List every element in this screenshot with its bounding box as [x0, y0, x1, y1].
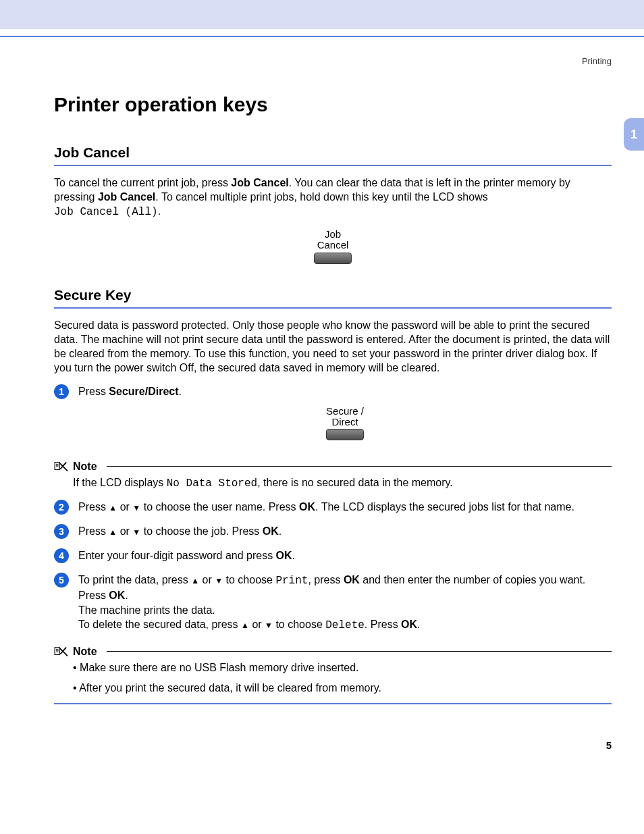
secure-direct-button-icon: [326, 429, 364, 440]
down-arrow-icon: ▼: [132, 503, 140, 513]
menu-option: Delete: [325, 619, 365, 631]
text: .: [179, 386, 182, 397]
text: Press: [78, 386, 109, 397]
lcd-text: Job Cancel (All): [54, 206, 158, 218]
text: to choose: [273, 619, 325, 630]
header-bar: [0, 0, 644, 29]
step-2: 2 Press ▲ or ▼ to choose the user name. …: [54, 500, 612, 515]
secure-direct-button-figure: Secure / Direct: [78, 406, 612, 444]
text: , there is no secured data in the memory…: [257, 477, 453, 488]
text: or: [117, 525, 132, 537]
ok-key: OK: [109, 590, 125, 601]
secure-key-heading: Secure Key: [54, 287, 612, 303]
text: Enter your four-digit password and press: [78, 550, 276, 561]
text: or: [199, 574, 215, 585]
svg-rect-4: [55, 648, 59, 655]
text: Press: [78, 525, 109, 537]
down-arrow-icon: ▼: [132, 527, 140, 537]
up-arrow-icon: ▲: [109, 503, 117, 513]
note-2: Note Make sure there are no USB Flash me…: [54, 646, 612, 704]
note-rule: [107, 466, 612, 467]
job-cancel-key: Job Cancel: [231, 177, 288, 188]
job-cancel-button-icon: [314, 253, 352, 264]
down-arrow-icon: ▼: [265, 621, 273, 630]
ok-key: OK: [299, 501, 315, 513]
text: . To cancel multiple print jobs, hold do…: [155, 191, 487, 203]
page-content: Printing Printer operation keys Job Canc…: [0, 37, 644, 739]
text: To print the data, press: [78, 574, 191, 585]
step-number-1: 1: [54, 384, 69, 399]
note-1-body: If the LCD displays No Data Stored, ther…: [73, 475, 612, 492]
note-list-item: Make sure there are no USB Flash memory …: [73, 660, 612, 675]
text: . The LCD displays the secured jobs list…: [315, 501, 574, 513]
job-cancel-heading: Job Cancel: [54, 145, 612, 161]
secure-key-paragraph: Secured data is password protected. Only…: [54, 318, 612, 375]
note-1: Note If the LCD displays No Data Stored,…: [54, 461, 612, 492]
step-5-text: To print the data, press ▲ or ▼ to choos…: [78, 573, 612, 633]
ok-key: OK: [401, 619, 417, 630]
up-arrow-icon: ▲: [241, 621, 249, 630]
step-number-4: 4: [54, 548, 69, 563]
text: or: [249, 619, 265, 630]
note-title: Note: [73, 646, 97, 658]
svg-rect-0: [55, 463, 59, 470]
up-arrow-icon: ▲: [191, 576, 199, 585]
text: To cancel the current print job, press: [54, 177, 231, 188]
up-arrow-icon: ▲: [109, 527, 117, 537]
text: to choose the user name. Press: [140, 501, 299, 513]
step-3: 3 Press ▲ or ▼ to choose the job. Press …: [54, 524, 612, 539]
breadcrumb: Printing: [54, 56, 612, 66]
step-number-5: 5: [54, 573, 69, 588]
text: to choose: [223, 574, 275, 585]
ok-key: OK: [276, 550, 292, 561]
menu-option: Print: [275, 575, 308, 587]
step-4-text: Enter your four-digit password and press…: [78, 548, 612, 563]
text: or: [117, 501, 132, 513]
step-number-2: 2: [54, 500, 69, 515]
text: To delete the secured data, press: [78, 619, 241, 630]
step-4: 4 Enter your four-digit password and pre…: [54, 548, 612, 563]
job-cancel-paragraph: To cancel the current print job, press J…: [54, 176, 612, 219]
heading-rule: [54, 307, 612, 309]
step-3-text: Press ▲ or ▼ to choose the job. Press OK…: [78, 524, 612, 539]
text: , press: [308, 574, 343, 585]
text: .: [158, 205, 161, 217]
text: If the LCD displays: [73, 477, 167, 488]
note-icon: [54, 461, 69, 473]
text: .: [292, 550, 295, 561]
note-2-body: Make sure there are no USB Flash memory …: [73, 660, 612, 695]
text: .: [417, 619, 420, 630]
note-end-rule: [54, 703, 612, 704]
heading-rule: [54, 165, 612, 166]
text: .: [279, 525, 281, 537]
text: The machine prints the data.: [78, 604, 215, 616]
text: Press: [78, 501, 109, 513]
step-number-3: 3: [54, 524, 69, 539]
note-rule: [107, 651, 612, 652]
down-arrow-icon: ▼: [215, 576, 223, 585]
note-list-item: After you print the secured data, it wil…: [73, 681, 612, 696]
step-1: 1 Press Secure/Direct. Secure / Direct: [54, 384, 612, 448]
step-1-text: Press Secure/Direct. Secure / Direct: [78, 384, 612, 448]
step-5: 5 To print the data, press ▲ or ▼ to cho…: [54, 573, 612, 633]
note-title: Note: [73, 461, 97, 473]
lcd-text: No Data Stored: [167, 477, 257, 490]
job-cancel-button-figure: Job Cancel: [54, 229, 612, 267]
ok-key: OK: [263, 525, 279, 537]
button-label: Secure / Direct: [78, 406, 612, 427]
page-title: Printer operation keys: [54, 93, 612, 116]
step-2-text: Press ▲ or ▼ to choose the user name. Pr…: [78, 500, 612, 515]
ok-key: OK: [344, 574, 360, 585]
text: . Press: [365, 619, 401, 630]
text: .: [125, 590, 128, 601]
text: to choose the job. Press: [140, 525, 263, 537]
page-number: 5: [606, 739, 612, 751]
button-label: Job Cancel: [54, 229, 612, 251]
job-cancel-key: Job Cancel: [98, 191, 155, 203]
note-icon: [54, 646, 69, 658]
secure-direct-key: Secure/Direct: [109, 386, 178, 397]
